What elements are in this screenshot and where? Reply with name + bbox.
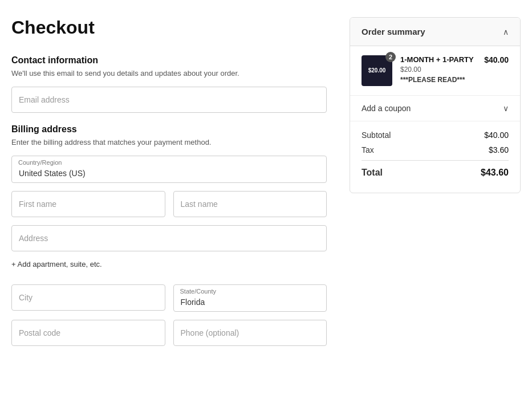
item-image-wrapper: $20.00 2 — [362, 55, 392, 86]
total-label: Total — [362, 168, 383, 178]
country-field: Country/Region — [11, 156, 327, 183]
totals-section: Subtotal $40.00 Tax $3.60 Total $43.60 — [350, 121, 520, 193]
item-details: 1-MONTH + 1-PARTY $20.00 ***PLEASE READ*… — [400, 55, 476, 84]
add-coupon-button[interactable]: Add a coupon — [350, 96, 520, 121]
subtotal-value: $40.00 — [484, 131, 509, 140]
subtotal-label: Subtotal — [362, 131, 391, 140]
last-name-group — [173, 191, 327, 217]
postal-group — [11, 320, 165, 346]
total-row: Total $43.60 — [362, 160, 509, 178]
contact-info-heading: Contact information — [11, 55, 327, 66]
tax-row: Tax $3.60 — [362, 145, 509, 154]
order-item: $20.00 2 1-MONTH + 1-PARTY $20.00 ***PLE… — [350, 46, 520, 96]
billing-address-heading: Billing address — [11, 124, 327, 135]
address-input[interactable] — [11, 225, 327, 251]
collapse-icon — [503, 27, 509, 36]
tax-value: $3.60 — [489, 145, 509, 154]
item-name: 1-MONTH + 1-PARTY — [400, 55, 476, 64]
page-title: Checkout — [11, 17, 327, 38]
state-group: State/County — [173, 284, 327, 312]
total-value: $43.60 — [481, 168, 509, 178]
item-note: ***PLEASE READ*** — [400, 76, 476, 84]
country-label: Country/Region — [18, 159, 62, 166]
phone-group — [173, 320, 327, 346]
city-group — [11, 284, 165, 312]
first-name-group — [11, 191, 165, 217]
city-input[interactable] — [11, 284, 165, 311]
quantity-badge: 2 — [385, 52, 396, 62]
item-sub-price: $20.00 — [400, 66, 476, 74]
order-summary-title: Order summary — [362, 27, 425, 36]
contact-info-subtext: We'll use this email to send you details… — [11, 69, 327, 78]
first-name-input[interactable] — [11, 191, 165, 217]
order-summary-card: Order summary $20.00 2 1-MONTH + 1-PARTY… — [350, 17, 521, 193]
order-summary-header[interactable]: Order summary — [350, 18, 520, 46]
tax-label: Tax — [362, 145, 374, 154]
item-image-price: $20.00 — [368, 67, 386, 74]
billing-address-subtext: Enter the billing address that matches y… — [11, 138, 327, 146]
last-name-input[interactable] — [173, 191, 327, 217]
state-label: State/County — [180, 288, 217, 295]
add-address-link[interactable]: + Add apartment, suite, etc. — [11, 260, 102, 268]
postal-input[interactable] — [11, 320, 165, 346]
phone-input[interactable] — [173, 320, 327, 346]
email-input[interactable] — [11, 87, 327, 113]
subtotal-row: Subtotal $40.00 — [362, 131, 509, 140]
coupon-expand-icon — [503, 104, 509, 113]
item-total-price: $40.00 — [484, 55, 509, 64]
coupon-label: Add a coupon — [362, 104, 411, 113]
